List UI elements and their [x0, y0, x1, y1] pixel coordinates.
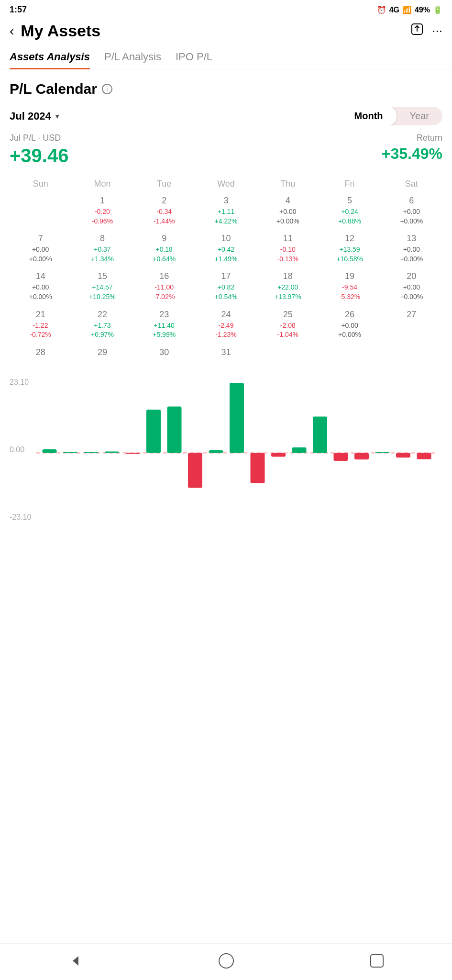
back-button[interactable]: ‹: [10, 23, 14, 39]
calendar-day[interactable]: 9+0.18 +0.64%: [133, 231, 195, 268]
signal-bars: 📶: [402, 5, 412, 14]
calendar-day[interactable]: 25-2.08 -1.04%: [257, 307, 319, 345]
calendar-day[interactable]: 28: [10, 345, 71, 364]
calendar-day[interactable]: 16-11.00 -7.02%: [133, 268, 195, 306]
day-number: 31: [196, 347, 256, 357]
chart-bar: [417, 453, 431, 459]
tab-ipo-pl[interactable]: IPO P/L: [176, 51, 212, 69]
calendar-day: [10, 193, 71, 231]
calendar-day[interactable]: 30: [133, 345, 195, 364]
day-pl-value: +0.00 +0.00%: [258, 207, 318, 226]
day-number: 17: [196, 271, 256, 281]
day-pl-value: +0.00 +0.00%: [382, 207, 441, 226]
status-bar: 1:57 ⏰ 4G 📶 49% 🔋: [0, 0, 452, 18]
calendar-day[interactable]: 12+13.59 +10.58%: [319, 231, 380, 268]
calendar-day[interactable]: 21-1.22 -0.72%: [10, 307, 71, 345]
calendar-day[interactable]: 27: [381, 307, 442, 345]
calendar-day[interactable]: 26+0.00 +0.00%: [319, 307, 380, 345]
calendar-day[interactable]: 11-0.10 -0.13%: [257, 231, 319, 268]
chart-bar: [354, 453, 369, 459]
calendar-header-row: SunMonTueWedThuFriSat: [10, 175, 442, 193]
month-view-button[interactable]: Month: [341, 107, 397, 125]
day-number: 14: [11, 271, 70, 281]
calendar-day[interactable]: 22+1.73 +0.97%: [71, 307, 133, 345]
return-label: Return: [382, 133, 442, 143]
chart-svg: [36, 373, 442, 526]
day-number: 10: [196, 234, 256, 244]
day-pl-value: +1.11 +4.22%: [196, 207, 256, 226]
calendar-day[interactable]: 3+1.11 +4.22%: [195, 193, 257, 231]
calendar-day[interactable]: 2-0.34 -1.44%: [133, 193, 195, 231]
share-icon[interactable]: [411, 23, 423, 39]
battery-pct: 49%: [415, 6, 430, 14]
day-number: 1: [72, 196, 132, 206]
chart-y-zero: 0.00: [10, 445, 31, 454]
chart-bar: [396, 453, 410, 457]
calendar-week-1: 1-0.20 -0.96%2-0.34 -1.44%3+1.11 +4.22%4…: [10, 193, 442, 231]
tab-assets-analysis[interactable]: Assets Analysis: [10, 51, 90, 69]
header-left: ‹ My Assets: [10, 22, 100, 40]
year-view-button[interactable]: Year: [397, 107, 442, 125]
pl-right: Return +35.49%: [382, 133, 442, 163]
day-pl-value: -0.10 -0.13%: [258, 245, 318, 264]
month-selector[interactable]: Jul 2024 ▼: [10, 110, 61, 122]
calendar-day[interactable]: 17+0.82 +0.54%: [195, 268, 257, 306]
calendar-day[interactable]: 7+0.00 +0.00%: [10, 231, 71, 268]
calendar-header-wed: Wed: [195, 175, 257, 193]
calendar-day[interactable]: 4+0.00 +0.00%: [257, 193, 319, 231]
nav-home-button[interactable]: [217, 951, 236, 970]
calendar-day: [381, 345, 442, 364]
recent-square-icon: [370, 954, 384, 968]
calendar-day[interactable]: 29: [71, 345, 133, 364]
day-number: 8: [72, 234, 132, 244]
day-number: 16: [134, 271, 194, 281]
nav-recent-button[interactable]: [367, 951, 386, 970]
calendar-day[interactable]: 6+0.00 +0.00%: [381, 193, 442, 231]
calendar-day[interactable]: 10+0.42 +1.49%: [195, 231, 257, 268]
calendar-day[interactable]: 24-2.49 -1.23%: [195, 307, 257, 345]
day-number: 23: [134, 310, 194, 320]
day-pl-value: -0.34 -1.44%: [134, 207, 194, 226]
more-icon[interactable]: ···: [432, 23, 442, 38]
day-pl-value: -11.00 -7.02%: [134, 283, 194, 301]
day-number: 29: [72, 347, 132, 357]
day-pl-value: +0.42 +1.49%: [196, 245, 256, 264]
chart-bar: [313, 416, 327, 453]
info-icon[interactable]: i: [102, 84, 112, 94]
calendar-day[interactable]: 13+0.00 +0.00%: [381, 231, 442, 268]
status-right: ⏰ 4G 📶 49% 🔋: [377, 5, 442, 14]
day-pl-value: +0.00 +0.00%: [382, 245, 441, 264]
calendar-day[interactable]: 31: [195, 345, 257, 364]
calendar-day[interactable]: 23+11.40 +5.99%: [133, 307, 195, 345]
calendar-day[interactable]: 18+22.00 +13.97%: [257, 268, 319, 306]
calendar-day[interactable]: 20+0.00 +0.00%: [381, 268, 442, 306]
day-number: 27: [382, 310, 441, 320]
tab-pl-analysis[interactable]: P/L Analysis: [104, 51, 161, 69]
nav-back-button[interactable]: [66, 951, 85, 970]
day-number: 21: [11, 310, 70, 320]
calendar-day[interactable]: 8+0.37 +1.34%: [71, 231, 133, 268]
view-toggle: Month Year: [341, 107, 442, 125]
chart-y-top: 23.10: [10, 378, 31, 387]
day-number: 26: [320, 310, 379, 320]
chart-bar: [209, 450, 223, 453]
day-number: 30: [134, 347, 194, 357]
chart-bar: [230, 383, 244, 453]
dropdown-arrow-icon: ▼: [54, 112, 61, 120]
day-number: 22: [72, 310, 132, 320]
calendar-day[interactable]: 19-9.54 -5.32%: [319, 268, 380, 306]
day-number: 15: [72, 271, 132, 281]
calendar-day[interactable]: 14+0.00 +0.00%: [10, 268, 71, 306]
day-pl-value: +0.18 +0.64%: [134, 245, 194, 264]
calendar-header-sun: Sun: [10, 175, 71, 193]
page-title: My Assets: [21, 22, 100, 40]
calendar-day[interactable]: 15+14.57 +10.25%: [71, 268, 133, 306]
day-pl-value: +0.24 +0.88%: [320, 207, 379, 226]
day-pl-value: +14.57 +10.25%: [72, 283, 132, 301]
calendar-day[interactable]: 1-0.20 -0.96%: [71, 193, 133, 231]
pl-label: Jul P/L · USD: [10, 133, 68, 143]
day-number: 24: [196, 310, 256, 320]
calendar-header-mon: Mon: [71, 175, 133, 193]
day-pl-value: +11.40 +5.99%: [134, 321, 194, 340]
calendar-day[interactable]: 5+0.24 +0.88%: [319, 193, 380, 231]
